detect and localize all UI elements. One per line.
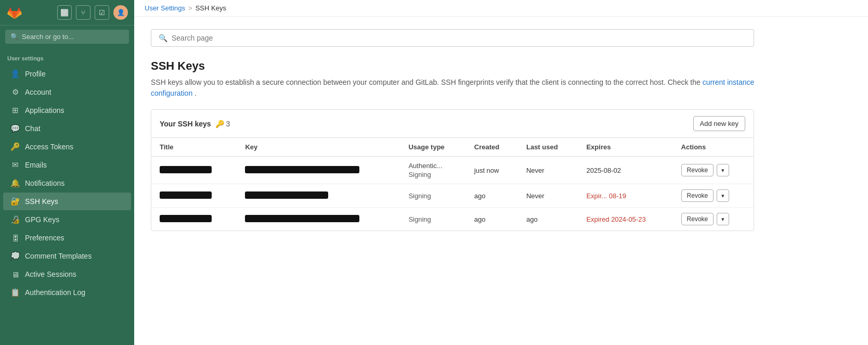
row2-actions: Revoke ▾ (673, 184, 754, 208)
expires-value-3: Expired 2024-05-23 (586, 215, 645, 223)
sidebar-item-label: Preferences (25, 234, 64, 242)
sidebar-item-authentication-log[interactable]: 📋 Authentication Log (3, 284, 131, 301)
key-count-badge: 🔑 3 (215, 120, 230, 128)
search-page-input[interactable] (172, 34, 746, 42)
sidebar-item-preferences[interactable]: 🎛 Preferences (3, 229, 131, 247)
user-avatar[interactable]: 👤 (113, 5, 128, 20)
expand-icon-1[interactable]: ▾ (717, 164, 729, 176)
search-icon: 🔍 (10, 33, 19, 41)
sidebar: ⬜ ⑂ ☑ 👤 🔍 Search or go to... User settin… (0, 0, 134, 345)
row3-key (237, 208, 400, 231)
sidebar-item-label: Comment Templates (25, 252, 92, 260)
breadcrumb: User Settings > SSH Keys (134, 0, 868, 17)
sidebar-item-access-tokens[interactable]: 🔑 Access Tokens (3, 138, 131, 156)
sidebar-item-active-sessions[interactable]: 🖥 Active Sessions (3, 265, 131, 283)
notifications-icon: 🔔 (10, 178, 20, 188)
col-created: Created (466, 138, 518, 157)
sidebar-item-account[interactable]: ⚙ Account (3, 83, 131, 101)
search-bar-wrapper: 🔍 (151, 29, 754, 47)
checkmark-icon[interactable]: ☑ (95, 5, 109, 20)
sidebar-item-ssh-keys[interactable]: 🔐 SSH Keys (3, 193, 131, 210)
page-title: SSH Keys (151, 59, 851, 73)
ssh-keys-header-label: Your SSH keys (160, 120, 211, 128)
sidebar-item-label: Notifications (25, 179, 64, 187)
content-area: 🔍 SSH Keys SSH keys allow you to establi… (134, 17, 868, 345)
table-section-title: Your SSH keys 🔑 3 (160, 120, 230, 128)
top-icon-group: ⬜ ⑂ ☑ 👤 (57, 5, 128, 20)
row1-actions: Revoke ▾ (673, 157, 754, 184)
comment-templates-icon: 💭 (10, 251, 20, 261)
expires-value-1: 2025-08-02 (586, 167, 621, 174)
row2-created: ago (466, 184, 518, 208)
sidebar-search[interactable]: 🔍 Search or go to... (5, 30, 129, 44)
sidebar-item-notifications[interactable]: 🔔 Notifications (3, 174, 131, 192)
row1-title (151, 157, 237, 184)
sidebar-section-title: User settings (0, 53, 134, 65)
revoke-button-1[interactable]: Revoke (681, 164, 714, 176)
key-icon: 🔑 (215, 120, 224, 128)
sidebar-item-comment-templates[interactable]: 💭 Comment Templates (3, 247, 131, 265)
sidebar-item-chat[interactable]: 💬 Chat (3, 120, 131, 137)
expires-value-2: Expir... 08-19 (586, 192, 626, 200)
revoke-button-2[interactable]: Revoke (681, 189, 714, 202)
row3-usage: Signing (400, 208, 465, 231)
row2-last-used: Never (518, 184, 578, 208)
sidebar-item-label: SSH Keys (25, 197, 58, 206)
description-text: SSH keys allow you to establish a secure… (151, 78, 701, 86)
gitlab-logo[interactable] (6, 4, 23, 21)
sidebar-item-emails[interactable]: ✉ Emails (3, 156, 131, 174)
sidebar-item-label: Profile (25, 70, 46, 78)
expand-icon-3[interactable]: ▾ (717, 213, 729, 225)
action-cell-2: Revoke ▾ (681, 189, 745, 202)
row1-created: just now (466, 157, 518, 184)
redacted-title-1 (160, 166, 212, 173)
profile-icon: 👤 (10, 69, 20, 79)
table-row: Signing ago Never Expir... 08-19 Revoke … (151, 184, 754, 208)
row2-key (237, 184, 400, 208)
page-description: SSH keys allow you to establish a secure… (151, 77, 775, 99)
redacted-key-1 (245, 166, 359, 173)
merge-request-icon[interactable]: ⑂ (76, 5, 90, 20)
sidebar-topbar: ⬜ ⑂ ☑ 👤 (0, 0, 134, 25)
sidebar-nav: User settings 👤 Profile ⚙ Account ⊞ Appl… (0, 48, 134, 304)
redacted-title-3 (160, 215, 212, 222)
sidebar-item-applications[interactable]: ⊞ Applications (3, 101, 131, 119)
new-file-icon[interactable]: ⬜ (57, 5, 72, 20)
row2-title (151, 184, 237, 208)
usage-signing-3: Signing (408, 215, 457, 223)
usage-type-3: Signing (408, 215, 457, 223)
row3-last-used: ago (518, 208, 578, 231)
breadcrumb-separator: > (188, 4, 192, 12)
key-count: 3 (226, 120, 230, 128)
sidebar-item-gpg-keys[interactable]: 🔏 GPG Keys (3, 211, 131, 228)
expand-icon-2[interactable]: ▾ (717, 189, 729, 202)
usage-signing: Signing (408, 171, 457, 178)
col-last-used: Last used (518, 138, 578, 157)
gpg-keys-icon: 🔏 (10, 215, 20, 224)
redacted-key-3 (245, 215, 359, 222)
usage-signing-2: Signing (408, 192, 457, 200)
preferences-icon: 🎛 (10, 233, 20, 242)
row3-created: ago (466, 208, 518, 231)
active-sessions-icon: 🖥 (10, 270, 20, 279)
sidebar-item-label: Emails (25, 161, 47, 169)
sidebar-item-label: Active Sessions (25, 270, 76, 278)
row3-title (151, 208, 237, 231)
sidebar-item-profile[interactable]: 👤 Profile (3, 65, 131, 83)
search-page-icon: 🔍 (159, 34, 167, 42)
sidebar-item-label: Authentication Log (25, 288, 85, 297)
row3-expires: Expired 2024-05-23 (578, 208, 672, 231)
redacted-title-2 (160, 191, 212, 199)
search-bar-container: 🔍 (151, 29, 851, 47)
breadcrumb-parent[interactable]: User Settings (145, 4, 185, 12)
col-usage-type: Usage type (400, 138, 465, 157)
ssh-keys-table-container: Your SSH keys 🔑 3 Add new key Title Key … (151, 109, 754, 231)
usage-type-1: Authentic... Signing (408, 162, 457, 178)
col-expires: Expires (578, 138, 672, 157)
sidebar-item-label: Account (25, 88, 51, 96)
add-new-key-button[interactable]: Add new key (693, 116, 745, 131)
sidebar-item-label: Chat (25, 124, 41, 133)
row2-expires: Expir... 08-19 (578, 184, 672, 208)
revoke-button-3[interactable]: Revoke (681, 213, 714, 225)
applications-icon: ⊞ (10, 106, 20, 115)
